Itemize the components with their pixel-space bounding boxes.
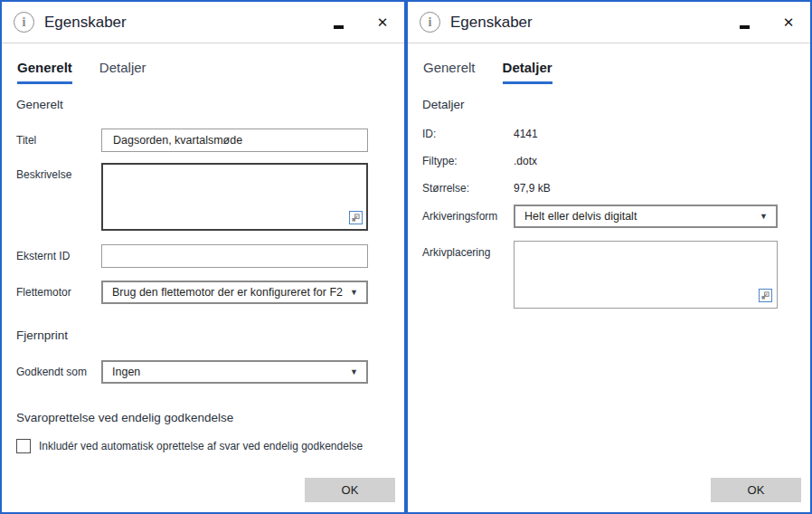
ok-button[interactable]: OK [711,478,801,502]
close-icon: ✕ [377,14,389,31]
section-heading-fjernprint: Fjernprint [16,328,68,342]
info-icon: i [14,12,34,33]
expand-button[interactable] [349,211,363,224]
flettemotor-selected-value: Brug den flettemotor der er konfigureret… [112,286,343,299]
tab-bar: Generelt Detaljer [17,60,146,84]
info-icon-glyph: i [23,16,26,29]
stoerrelse-value: 97,9 kB [514,182,551,195]
include-reply-checkbox-label: Inkludér ved automatisk oprettelse af sv… [39,440,363,452]
field-row-beskrivelse: Beskrivelse [16,163,368,231]
beskrivelse-label: Beskrivelse [16,163,101,181]
screen: i Egenskaber ✕ Generelt Detaljer Generel… [0,0,812,514]
arkiveringsform-selected-value: Helt eller delvis digitalt [524,210,637,223]
arkiveringsform-dropdown[interactable]: Helt eller delvis digitalt ▼ [514,205,778,228]
tab-bar: Generelt Detaljer [423,60,552,84]
field-row-arkiveringsform: Arkiveringsform Helt eller delvis digita… [422,205,778,228]
expand-icon [761,291,770,300]
flettemotor-dropdown[interactable]: Brug den flettemotor der er konfigureret… [101,281,368,304]
titlebar: i Egenskaber ✕ [2,2,404,43]
minimize-button[interactable] [325,5,352,40]
chevron-down-icon: ▼ [350,367,358,376]
tab-generelt[interactable]: Generelt [423,60,476,84]
properties-dialog-detaljer: i Egenskaber ✕ Generelt Detaljer Detalje… [406,0,812,514]
close-button[interactable]: ✕ [369,5,396,40]
chevron-down-icon: ▼ [350,288,358,297]
id-value: 4141 [514,128,538,140]
tab-generelt[interactable]: Generelt [17,60,72,84]
titel-label: Titel [16,128,101,152]
expand-button[interactable] [759,289,772,302]
field-row-arkivplacering: Arkivplacering [422,241,778,309]
godkendt-som-label: Godkendt som [16,360,101,384]
section-heading-svaroprettelse: Svaroprettelse ved endelig godkendelse [16,411,233,424]
window-title: Egenskaber [44,2,127,43]
filtype-label: Filtype: [422,155,514,167]
detail-row-stoerrelse: Størrelse: 97,9 kB [422,182,551,195]
tab-detaljer[interactable]: Detaljer [503,60,552,84]
chevron-down-icon: ▼ [760,212,768,221]
flettemotor-label: Flettemotor [16,281,101,304]
minimize-button[interactable] [731,5,758,40]
info-icon: i [420,12,440,33]
titel-input[interactable] [101,128,368,152]
include-reply-checkbox[interactable] [16,439,31,453]
tab-detaljer[interactable]: Detaljer [99,60,146,84]
include-reply-checkbox-row: Inkludér ved automatisk oprettelse af sv… [16,439,363,453]
arkiveringsform-label: Arkiveringsform [422,205,514,228]
godkendt-som-dropdown[interactable]: Ingen ▼ [101,360,368,384]
properties-dialog-generelt: i Egenskaber ✕ Generelt Detaljer Generel… [0,0,406,514]
field-row-flettemotor: Flettemotor Brug den flettemotor der er … [16,281,368,304]
eksternt-id-label: Eksternt ID [16,244,101,268]
section-heading-generelt: Generelt [16,98,63,111]
stoerrelse-label: Størrelse: [422,182,514,195]
minimize-icon [334,25,344,29]
close-icon: ✕ [783,14,795,31]
window-title: Egenskaber [450,2,533,43]
titlebar: i Egenskaber ✕ [408,2,810,43]
minimize-icon [740,25,750,29]
arkivplacering-label: Arkivplacering [422,241,514,259]
field-row-godkendt-som: Godkendt som Ingen ▼ [16,360,368,384]
detail-row-id: ID: 4141 [422,128,538,140]
field-row-eksternt-id: Eksternt ID [16,244,368,268]
info-icon-glyph: i [429,16,432,29]
detail-row-filtype: Filtype: .dotx [422,155,537,167]
section-heading-detaljer: Detaljer [422,98,465,111]
expand-icon [352,214,360,222]
field-row-titel: Titel [16,128,368,152]
beskrivelse-textarea[interactable] [101,163,368,231]
ok-button[interactable]: OK [305,478,395,502]
id-label: ID: [422,128,514,140]
close-button[interactable]: ✕ [775,5,802,40]
arkivplacering-textarea[interactable] [514,241,778,309]
eksternt-id-input[interactable] [101,244,368,268]
godkendt-som-selected-value: Ingen [112,366,140,378]
filtype-value: .dotx [514,155,537,167]
